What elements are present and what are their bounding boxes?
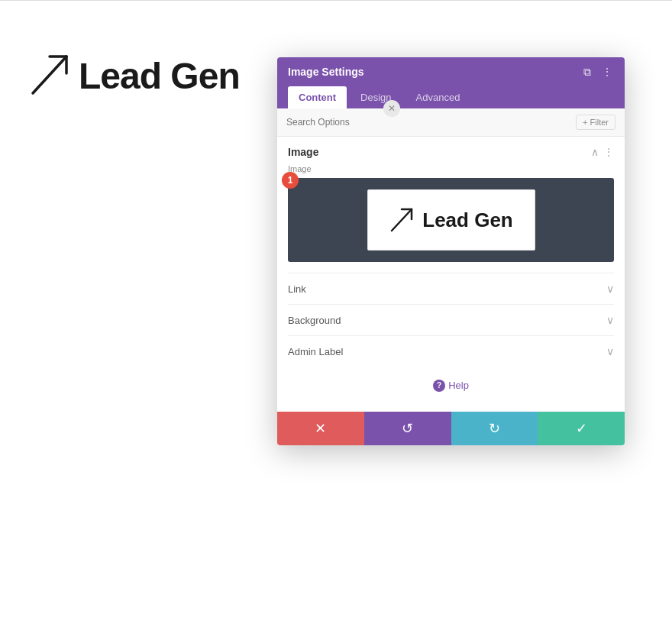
modal-footer: ✕ ↺ ↻ ✓ xyxy=(277,412,625,445)
accordion-link[interactable]: Link ∨ xyxy=(288,273,614,304)
modal-close-button[interactable]: ✕ xyxy=(383,100,400,117)
save-button[interactable]: ✓ xyxy=(538,412,625,445)
accordion-admin-label-text: Admin Label xyxy=(288,346,343,357)
reset-button[interactable]: ↺ xyxy=(364,412,451,445)
image-settings-modal: Image Settings ⧉ ⋮ Content Design Advanc… xyxy=(277,57,625,445)
tab-advanced[interactable]: Advanced xyxy=(405,86,471,108)
help-link[interactable]: ? Help xyxy=(433,380,469,392)
cancel-icon: ✕ xyxy=(315,420,326,437)
collapse-icon[interactable]: ∧ xyxy=(591,146,599,158)
modal-header-actions: ⧉ ⋮ xyxy=(580,65,614,79)
cancel-button[interactable]: ✕ xyxy=(277,412,364,445)
field-label: Image xyxy=(288,164,614,173)
accordion-background-label: Background xyxy=(288,315,341,326)
modal-header: Image Settings ⧉ ⋮ xyxy=(277,57,625,86)
image-preview-box[interactable]: Lead Gen xyxy=(288,178,614,262)
lead-gen-text: Lead Gen xyxy=(79,55,240,97)
modal-content: Image ∧ ⋮ Image 1 Lead Gen xyxy=(277,137,625,412)
tab-content[interactable]: Content xyxy=(288,86,347,108)
search-bar: + Filter xyxy=(277,108,625,137)
chevron-down-icon-link: ∨ xyxy=(606,283,614,295)
filter-label: Filter xyxy=(590,118,609,127)
section-title: Image xyxy=(288,146,318,158)
svg-line-3 xyxy=(392,209,412,231)
help-area: ? Help xyxy=(288,367,614,403)
inner-arrow-svg xyxy=(389,205,416,235)
accordion-link-label: Link xyxy=(288,283,306,295)
help-label: Help xyxy=(448,380,469,391)
redo-icon: ↻ xyxy=(489,420,500,437)
lead-gen-arrow-svg xyxy=(27,49,73,102)
filter-plus-icon: + xyxy=(583,118,587,127)
help-icon: ? xyxy=(433,380,445,392)
accordion-background[interactable]: Background ∨ xyxy=(288,304,614,335)
section-more-icon[interactable]: ⋮ xyxy=(603,146,614,158)
modal-title: Image Settings xyxy=(288,66,364,78)
copy-icon[interactable]: ⧉ xyxy=(580,65,594,79)
chevron-down-icon-admin: ∨ xyxy=(606,345,614,357)
inner-lead-gen-text: Lead Gen xyxy=(422,209,512,232)
image-inner-preview: Lead Gen xyxy=(367,189,535,251)
redo-button[interactable]: ↻ xyxy=(451,412,538,445)
accordion-admin-label[interactable]: Admin Label ∨ xyxy=(288,335,614,367)
image-badge: 1 xyxy=(282,172,299,189)
more-icon[interactable]: ⋮ xyxy=(600,65,614,79)
save-icon: ✓ xyxy=(576,420,587,437)
section-actions: ∧ ⋮ xyxy=(591,146,614,158)
svg-line-0 xyxy=(33,57,66,93)
lead-gen-logo: Lead Gen xyxy=(27,49,240,102)
image-wrapper: 1 Lead Gen xyxy=(288,178,614,262)
search-input[interactable] xyxy=(286,117,576,128)
image-section-header: Image ∧ ⋮ xyxy=(288,146,614,158)
modal-tabs: Content Design Advanced xyxy=(277,86,625,108)
chevron-down-icon-background: ∨ xyxy=(606,314,614,326)
reset-icon: ↺ xyxy=(402,420,413,437)
filter-button[interactable]: + Filter xyxy=(576,115,615,130)
